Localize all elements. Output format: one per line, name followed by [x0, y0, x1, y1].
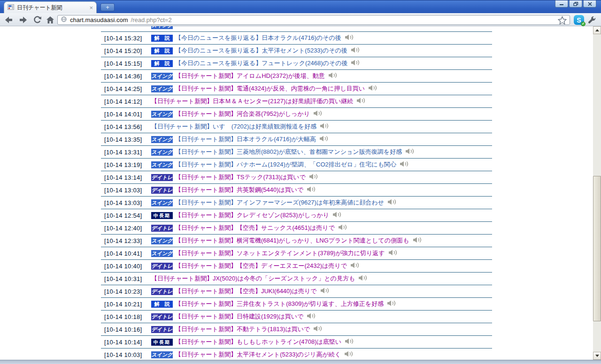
speaker-icon[interactable]	[350, 262, 360, 270]
back-button[interactable]	[3, 15, 15, 25]
news-row: [10-14 13:14]デイトレ【日刊チャート新聞】TSテック(7313)は買…	[101, 171, 492, 184]
speaker-icon[interactable]	[400, 161, 409, 168]
news-link[interactable]: 【日刊チャート新聞】もしもしホットライン(4708)は底堅い	[175, 338, 341, 346]
speaker-icon[interactable]	[388, 250, 398, 257]
news-row: [10-14 13:03]スイング【日刊チャート新聞】アインファーマシーズ(96…	[101, 197, 492, 209]
news-link[interactable]: 【日刊チャート新聞】【空売】ディーエヌエー(2432)は売りで	[175, 262, 347, 270]
news-link[interactable]: 【日刊チャート新聞】アイロムHD(2372)が後場、動意	[175, 72, 325, 80]
news-row: スイング	[101, 26, 492, 32]
news-link[interactable]: 【日刊チャート新聞】クレディセゾン(8253)がしっかり	[175, 211, 329, 220]
speaker-icon[interactable]	[344, 351, 354, 358]
browser-tab[interactable]: 日刊チャート新聞 ×	[4, 1, 97, 14]
new-tab-button[interactable]: +	[100, 3, 115, 11]
home-button[interactable]	[44, 15, 56, 25]
wrench-menu-icon[interactable]	[586, 15, 597, 25]
speaker-icon[interactable]	[351, 60, 361, 67]
news-link[interactable]: 【日刊チャート新聞】不動テトラ(1813)は買いで	[175, 325, 310, 334]
news-timestamp: [10-14 14:12]	[104, 98, 151, 105]
speaker-icon[interactable]	[345, 338, 354, 346]
news-link[interactable]: 【日刊チャート新聞】電通(4324)が反発、内需株の一角に押し目買い	[175, 84, 365, 93]
news-link[interactable]: 【今日のニュースを振り返る】日本オラクル(4716)のその後	[175, 34, 341, 42]
restore-button[interactable]	[569, 0, 582, 8]
forward-button[interactable]	[17, 15, 29, 25]
news-link[interactable]: 【日刊チャート新聞】【空売】JUKI(6440)は売りで	[175, 287, 317, 296]
news-link[interactable]: 【日刊チャート新聞】JX(5020)は今冬の「シーズンストック」との見方も	[151, 274, 355, 283]
speaker-icon[interactable]	[313, 110, 323, 118]
speaker-icon[interactable]	[405, 148, 415, 156]
news-row: [10-14 10:23]デイトレ【日刊チャート新聞】【空売】JUKI(6440…	[101, 285, 492, 298]
skype-extension-icon[interactable]: S✓	[574, 15, 584, 25]
tab-close-icon[interactable]: ×	[89, 5, 93, 11]
speaker-icon[interactable]	[345, 34, 354, 42]
news-link[interactable]: 【日刊チャート新聞】アインファーマシーズ(9627)は年初来高値に顔合わせ	[175, 198, 384, 207]
speaker-icon[interactable]	[351, 47, 361, 54]
url-host: chart.masudaasi.com	[70, 16, 128, 23]
news-link[interactable]: 【日刊チャート新聞】太平洋セメント(5233)のジリ高が続く	[175, 350, 341, 359]
speaker-icon[interactable]	[320, 288, 330, 295]
news-link[interactable]: 【日刊チャート新聞】共英製鋼(5440)は買いで	[175, 186, 303, 194]
scrollbar-thumb[interactable]	[593, 176, 601, 321]
scroll-up-button[interactable]	[593, 26, 601, 34]
category-badge-swing: スイング	[151, 73, 173, 80]
minimize-button[interactable]	[555, 0, 568, 8]
category-badge-daytrade: デイトレ	[151, 288, 173, 295]
bookmark-star-icon[interactable]	[558, 16, 567, 24]
category-badge-swing: スイング	[151, 111, 173, 118]
news-link[interactable]: 【日刊チャート新聞】日本Ｍ＆Ａセンター(2127)は好業績評価の買い継続	[151, 97, 353, 106]
news-link[interactable]: 【今日のニュースを振り返る】太平洋セメント(5233)のその後	[175, 46, 347, 55]
news-timestamp: [10-14 10:41]	[104, 250, 151, 257]
globe-icon	[61, 16, 67, 24]
category-badge-kaisetsu: 解 説	[151, 60, 173, 67]
speaker-icon[interactable]	[338, 224, 348, 232]
news-link[interactable]: 【日刊チャート新聞】日本オラクル(4716)が大幅高	[175, 135, 316, 144]
news-link[interactable]: 【日刊チャート新聞】【空売】サニックス(4651)は売りで	[175, 224, 335, 232]
close-button[interactable]	[583, 0, 596, 8]
news-timestamp: [10-14 13:14]	[104, 174, 151, 181]
speaker-icon[interactable]	[307, 313, 316, 320]
vertical-scrollbar[interactable]	[593, 26, 601, 360]
speaker-icon[interactable]	[368, 85, 378, 92]
category-badge-daytrade: デイトレ	[151, 225, 173, 232]
scroll-down-button[interactable]	[593, 352, 601, 360]
news-link[interactable]: 【日刊チャート新聞】三井住友トラスト(8309)が切り返す、上方修正を好感	[175, 300, 384, 308]
speaker-icon[interactable]	[319, 136, 329, 143]
news-row: [10-14 15:20]解 説【今日のニュースを振り返る】太平洋セメント(52…	[101, 45, 492, 57]
news-link[interactable]: 【今日のニュースを振り返る】フュートレック(2468)のその後	[175, 59, 347, 68]
news-row: [10-14 13:56]【日刊チャート新聞】いすゞ(7202)は好業績観測報道…	[101, 121, 492, 133]
news-link[interactable]: 【日刊チャート新聞】TSテック(7313)は買いで	[175, 173, 306, 182]
speaker-icon[interactable]	[332, 212, 342, 219]
category-badge-swing: スイング	[151, 85, 173, 92]
news-link[interactable]: 【日刊チャート新聞】ソネットエンタテインメント(3789)が強力に切り返す	[175, 249, 385, 258]
news-timestamp: [10-14 10:23]	[104, 288, 151, 295]
news-link[interactable]: 【日刊チャート新聞】三菱地所(8802)が底堅い、首都圏マンション販売復調を好感	[175, 148, 402, 156]
speaker-icon[interactable]	[328, 72, 338, 80]
news-row: [10-14 13:03]デイトレ【日刊チャート新聞】共英製鋼(5440)は買い…	[101, 184, 492, 197]
news-timestamp: [10-14 13:19]	[104, 161, 151, 168]
speaker-icon[interactable]	[413, 237, 423, 244]
news-link[interactable]: 【日刊チャート新聞】いすゞ(7202)は好業績観測報道を好感	[151, 122, 316, 131]
news-row: [10-14 10:14]中長期【日刊チャート新聞】もしもしホットライン(470…	[101, 336, 492, 349]
speaker-icon[interactable]	[358, 275, 368, 282]
window-controls	[555, 0, 596, 8]
speaker-icon[interactable]	[387, 300, 397, 308]
speaker-icon[interactable]	[313, 326, 323, 333]
address-bar[interactable]: chart.masudaasi.com/read.php?ct=2	[57, 15, 570, 25]
news-link[interactable]: 【日刊チャート新聞】日特建設(1929)は買いで	[175, 312, 303, 321]
news-timestamp: [10-14 12:33]	[104, 237, 151, 244]
speaker-icon[interactable]	[387, 199, 397, 206]
news-link[interactable]: 【日刊チャート新聞】横河電機(6841)がしっかり、LNGプラント関連としての側…	[175, 236, 409, 245]
speaker-icon[interactable]	[309, 174, 319, 181]
speaker-icon[interactable]	[307, 186, 316, 194]
speaker-icon[interactable]	[320, 123, 330, 130]
page-content: スイング[10-14 15:32]解 説【今日のニュースを振り返る】日本オラクル…	[0, 26, 593, 360]
news-row: [10-14 15:32]解 説【今日のニュースを振り返る】日本オラクル(471…	[101, 32, 492, 45]
news-timestamp: [10-14 10:21]	[104, 301, 151, 308]
news-row: [10-14 10:21]解 説【日刊チャート新聞】三井住友トラスト(8309)…	[101, 298, 492, 311]
triangle-up-icon	[595, 29, 599, 31]
reload-button[interactable]	[31, 15, 43, 25]
news-row: [10-14 10:18]デイトレ【日刊チャート新聞】日特建設(1929)は買い…	[101, 311, 492, 323]
news-link[interactable]: 【日刊チャート新聞】河合楽器(7952)がしっかり	[175, 110, 310, 118]
speaker-icon[interactable]	[356, 98, 366, 105]
news-link[interactable]: 【日刊チャート新聞】パナホーム(1924)が堅調、「CO2排出ゼロ」住宅にも関心	[175, 160, 396, 169]
category-badge-daytrade: デイトレ	[151, 174, 173, 181]
